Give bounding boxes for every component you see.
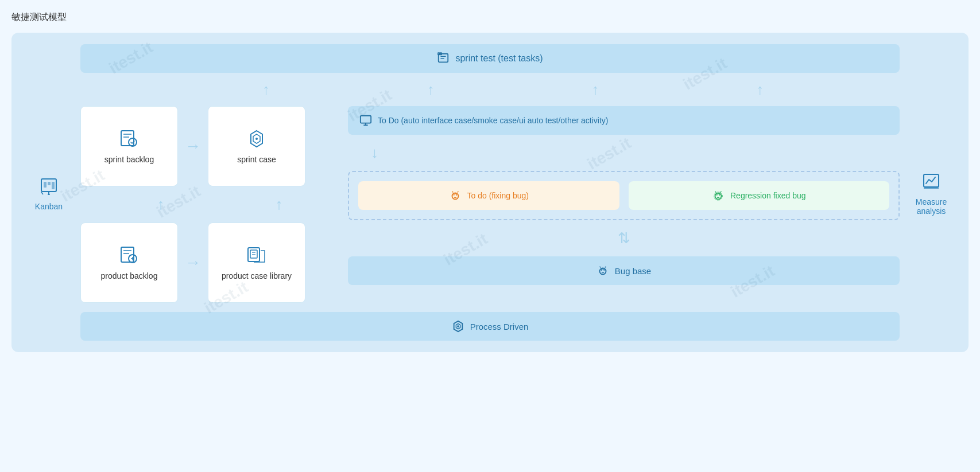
svg-line-6 [41, 192, 43, 194]
bug-base-bar: Bug base [348, 256, 900, 285]
sprint-backlog-box: sprint backlog [80, 106, 178, 186]
product-backlog-box: product backlog [80, 223, 178, 303]
measure-sidebar: Measure analysis [905, 44, 957, 341]
svg-rect-2 [48, 182, 51, 185]
svg-point-42 [601, 270, 602, 271]
svg-line-45 [605, 267, 606, 268]
sprint-test-bar: sprint test (test tasks) [80, 44, 900, 73]
svg-point-43 [603, 270, 605, 271]
product-backlog-label: product backlog [101, 271, 158, 280]
product-backlog-icon [119, 245, 140, 266]
todo-label: To Do (auto interface case/smoke case/ui… [378, 116, 609, 125]
arrow-product-sprint: ↑ [112, 196, 210, 213]
sprint-case-box: sprint case [208, 106, 305, 186]
regression-icon [712, 189, 725, 202]
sprint-test-label: sprint test (test tasks) [455, 53, 543, 64]
arrow-up-1: ↑ [262, 82, 270, 97]
svg-point-46 [457, 325, 459, 327]
svg-rect-3 [52, 182, 55, 189]
svg-line-44 [599, 267, 601, 268]
measure-label: Measure analysis [905, 197, 957, 216]
product-case-library-label: product case library [222, 271, 292, 280]
arrow-sprint-right: → [185, 138, 201, 154]
center-content: sprint test (test tasks) ↑ ↑ ↑ ↑ [80, 44, 900, 341]
svg-point-5 [48, 194, 50, 195]
arrow-case-up: ↑ [230, 196, 328, 213]
measure-icon [920, 170, 943, 193]
regression-box: Regression fixed bug [629, 181, 890, 210]
arrow-product-right: → [185, 255, 201, 271]
kanban-label: Kanban [35, 202, 63, 211]
page-title: 敏捷测试模型 [11, 11, 969, 24]
todo-fixing-label: To do (fixing bug) [467, 191, 529, 200]
updown-arrow-container: ⇅ [348, 229, 900, 247]
down-arrow-1: ↓ [371, 144, 378, 161]
svg-line-33 [452, 192, 453, 193]
process-icon [452, 320, 464, 333]
svg-rect-1 [44, 182, 47, 188]
svg-point-36 [716, 194, 718, 196]
kanban-icon [37, 174, 60, 197]
down-arrow-container: ↓ [348, 144, 900, 162]
main-container: itest.it itest.it itest.it itest.it ites… [11, 33, 969, 352]
arrow-up-3: ↑ [591, 82, 599, 97]
process-driven-label: Process Driven [470, 322, 529, 331]
updown-arrow: ⇅ [618, 229, 630, 247]
middle-section: sprint backlog → sprint case [80, 106, 900, 303]
bug-dashed-container: To do (fixing bug) [348, 171, 900, 220]
product-case-library-icon [246, 245, 267, 266]
svg-rect-27 [361, 116, 371, 123]
sprint-test-icon [437, 52, 450, 65]
svg-point-16 [255, 138, 258, 140]
bug-base-label: Bug base [615, 266, 651, 276]
svg-rect-24 [250, 250, 257, 258]
sprint-case-label: sprint case [237, 155, 276, 164]
kanban-sidebar: Kanban [23, 44, 75, 341]
arrows-row-up: ↑ ↑ ↑ ↑ [80, 82, 900, 97]
svg-line-34 [457, 192, 458, 193]
product-row: product backlog → [80, 223, 339, 303]
svg-point-37 [719, 194, 720, 196]
sprint-case-icon [246, 128, 267, 149]
bug-fix-icon [449, 189, 462, 202]
mid-arrows: ↑ ↑ [80, 196, 339, 213]
todo-icon [359, 114, 372, 127]
svg-point-32 [456, 194, 457, 196]
left-boxes-panel: sprint backlog → sprint case [80, 106, 339, 303]
todo-bar: To Do (auto interface case/smoke case/ui… [348, 106, 900, 135]
regression-label: Regression fixed bug [730, 191, 806, 200]
svg-point-31 [453, 194, 454, 196]
todo-fixing-box: To do (fixing bug) [358, 181, 619, 210]
arrow-up-2: ↑ [427, 82, 435, 97]
right-section: To Do (auto interface case/smoke case/ui… [348, 106, 900, 303]
sprint-backlog-icon [119, 128, 140, 149]
sprint-backlog-label: sprint backlog [104, 155, 154, 164]
arrow-up-4: ↑ [756, 82, 764, 97]
process-driven-bar: Process Driven [80, 312, 900, 341]
bug-base-icon [596, 264, 609, 277]
product-case-library-box: product case library [208, 223, 305, 303]
sprint-row: sprint backlog → sprint case [80, 106, 339, 186]
